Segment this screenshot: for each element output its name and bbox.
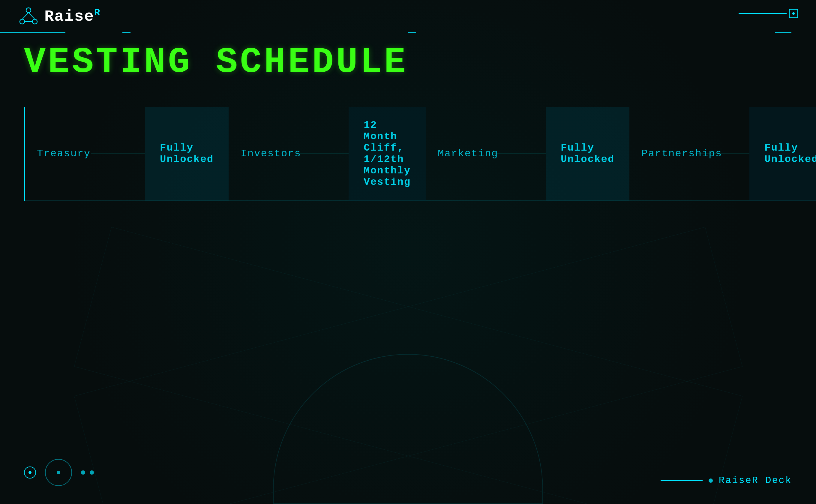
bottom-left-decoration	[24, 459, 94, 486]
schedule-text: Fully Unlocked	[160, 142, 214, 165]
top-right-indicator	[739, 9, 798, 18]
svg-line-4	[29, 13, 35, 19]
left-cell: Treasury	[25, 107, 145, 201]
right-cell: Fully Unlocked	[145, 107, 229, 201]
bottom-center-arch	[273, 354, 543, 504]
category-label: Treasury	[37, 148, 91, 159]
circle-small-dot	[29, 471, 31, 474]
bottom-dots	[81, 470, 94, 475]
header-border	[0, 32, 816, 33]
table-row: MarketingFully Unlocked	[426, 107, 629, 201]
svg-point-0	[26, 8, 31, 13]
main-content: VESTING SCHEDULE TreasuryFully UnlockedI…	[24, 42, 792, 201]
logo: RaiseR	[18, 6, 101, 27]
logo-text: RaiseR	[44, 7, 101, 25]
bottom-right-line	[661, 480, 703, 481]
category-label: Partnerships	[641, 148, 722, 159]
schedule-text: Fully Unlocked	[561, 142, 614, 165]
indicator-line	[739, 13, 787, 14]
circle-small-icon	[24, 467, 36, 479]
bottom-dot-2	[90, 470, 94, 475]
vesting-table: TreasuryFully UnlockedInvestors12 Month …	[24, 107, 792, 201]
indicator-box	[789, 9, 798, 18]
right-cell: Fully Unlocked	[546, 107, 629, 201]
svg-point-2	[32, 19, 37, 24]
left-cell: Investors	[229, 107, 349, 201]
schedule-text: 12 Month Cliff, 1/12th Monthly Vesting	[364, 119, 411, 188]
schedule-text: Fully Unlocked	[764, 142, 816, 165]
logo-icon	[18, 6, 39, 27]
page-title: VESTING SCHEDULE	[24, 42, 792, 83]
left-cell: Marketing	[426, 107, 546, 201]
svg-line-3	[22, 13, 29, 19]
circle-large-dot	[57, 471, 60, 474]
circle-large-icon	[45, 459, 72, 486]
right-cell: Fully Unlocked	[749, 107, 816, 201]
table-row: TreasuryFully Unlocked	[25, 107, 229, 201]
bottom-right-decoration: RaiseR Deck	[661, 475, 792, 486]
category-label: Marketing	[438, 148, 498, 159]
indicator-dot	[792, 12, 795, 15]
table-row: Investors12 Month Cliff, 1/12th Monthly …	[229, 107, 426, 201]
header: RaiseR	[0, 0, 816, 33]
svg-point-1	[20, 19, 25, 24]
bottom-dot-1	[81, 470, 85, 475]
right-cell: 12 Month Cliff, 1/12th Monthly Vesting	[349, 107, 426, 201]
left-cell: Partnerships	[629, 107, 749, 201]
bottom-right-dot	[709, 479, 713, 483]
table-row: PartnershipsFully Unlocked	[629, 107, 816, 201]
footer-brand-text: RaiseR Deck	[719, 475, 792, 486]
category-label: Investors	[241, 148, 301, 159]
